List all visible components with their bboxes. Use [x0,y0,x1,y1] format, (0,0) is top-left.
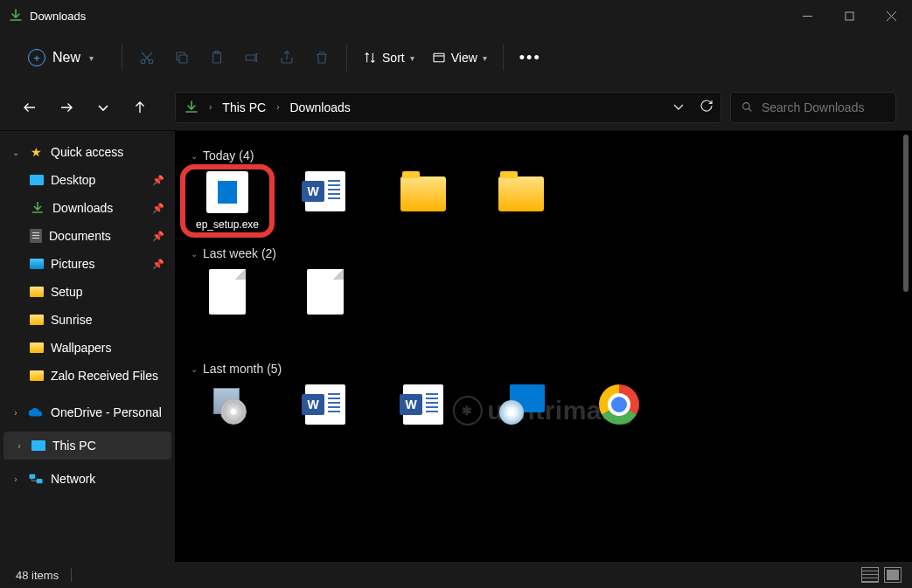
crumb-this-pc[interactable]: This PC [222,100,266,114]
file-word-doc[interactable]: W [289,384,362,425]
downloads-icon [30,200,45,216]
share-button[interactable] [269,40,304,75]
svg-rect-7 [434,53,444,61]
folder-icon [30,370,44,381]
disc-icon [498,384,545,425]
sidebar-item-quick-access[interactable]: ⌄ ★ Quick access [0,138,175,166]
group-today[interactable]: ⌄ Today (4) [191,149,896,163]
chevron-right-icon: › [209,102,212,112]
chevron-right-icon[interactable]: › [10,474,21,484]
recent-button[interactable] [89,93,117,121]
sidebar-item-wallpapers[interactable]: Wallpapers [0,334,175,362]
search-box[interactable] [730,92,896,123]
scrollbar[interactable] [903,135,909,292]
file-folder[interactable] [386,171,460,231]
sidebar-item-desktop[interactable]: Desktop 📌 [0,166,175,194]
exe-icon [206,171,248,213]
details-view-button[interactable] [861,567,879,583]
navigation-pane: ⌄ ★ Quick access Desktop 📌 Downloads 📌 D… [0,131,175,562]
rename-button[interactable] [234,40,269,75]
address-dropdown-button[interactable] [673,100,684,115]
sidebar-item-this-pc[interactable]: › This PC [3,432,171,460]
group-label: Last month (5) [203,362,282,376]
network-icon [28,471,44,487]
chevron-down-icon: ⌄ [191,364,198,374]
sidebar-label: Desktop [51,173,95,187]
maximize-button[interactable] [828,0,870,31]
group-last-week[interactable]: ⌄ Last week (2) [191,246,896,260]
file-label: ep_setup.exe [196,218,259,231]
close-button[interactable] [870,0,912,31]
sidebar-item-setup[interactable]: Setup [0,278,175,306]
large-icons-view-button[interactable] [884,567,902,583]
folder-icon [400,176,446,211]
separator [122,45,122,71]
search-input[interactable] [762,100,885,114]
sidebar-item-documents[interactable]: Documents 📌 [0,222,175,250]
sidebar-item-downloads[interactable]: Downloads 📌 [0,194,175,222]
copy-button[interactable] [164,40,199,75]
paste-button[interactable] [199,40,234,75]
group-label: Last week (2) [203,246,276,260]
installer-icon [205,384,250,425]
sidebar-label: Wallpapers [51,341,112,355]
chevron-right-icon: › [276,102,279,112]
forward-button[interactable] [52,93,80,121]
separator [346,45,347,71]
file-ep-setup-exe[interactable]: ep_setup.exe [191,171,264,231]
pin-icon: 📌 [152,259,164,270]
chevron-down-icon[interactable]: ⌄ [10,148,21,157]
pin-icon: 📌 [152,203,164,214]
sidebar-item-pictures[interactable]: Pictures 📌 [0,250,175,278]
view-label: View [451,51,477,65]
sidebar-label: OneDrive - Personal [51,405,162,419]
search-icon [741,100,753,114]
back-button[interactable] [16,93,44,121]
chevron-right-icon[interactable]: › [10,408,21,418]
plus-icon: + [28,49,45,66]
pin-icon: 📌 [152,231,164,242]
address-input[interactable]: › This PC › Downloads [175,92,721,123]
sidebar-item-zalo[interactable]: Zalo Received Files [0,362,175,390]
downloads-icon [9,9,23,23]
delete-button[interactable] [304,40,339,75]
file-word-doc[interactable]: W [386,384,460,425]
file-blank[interactable] [191,269,264,315]
view-button[interactable]: View ▾ [423,45,496,70]
up-button[interactable] [126,93,154,121]
sidebar-label: Network [51,472,95,486]
minimize-button[interactable] [786,0,828,31]
new-button[interactable]: + New ▾ [17,44,104,72]
sidebar-item-network[interactable]: › Network [0,465,175,493]
refresh-button[interactable] [700,99,714,116]
group-last-month[interactable]: ⌄ Last month (5) [191,362,896,376]
more-button[interactable]: ••• [511,44,550,73]
downloads-icon [184,100,198,114]
sidebar-label: Documents [49,229,111,243]
crumb-downloads[interactable]: Downloads [289,100,350,114]
group-label: Today (4) [203,149,254,163]
sort-label: Sort [382,51,405,65]
sidebar-item-sunrise[interactable]: Sunrise [0,306,175,334]
item-count: 48 items [16,569,59,582]
word-icon: W [403,384,443,425]
file-installer[interactable] [191,384,264,425]
svg-rect-9 [30,474,36,479]
sidebar-label: Sunrise [51,313,92,327]
toolbar: + New ▾ Sort ▾ View ▾ ••• [0,31,912,84]
window-title: Downloads [30,10,86,23]
file-chrome[interactable] [582,384,656,425]
pc-icon [31,440,45,451]
chevron-right-icon[interactable]: › [14,441,24,451]
svg-rect-3 [179,55,187,63]
separator [503,45,504,71]
cut-button[interactable] [129,40,164,75]
folder-icon [30,342,44,353]
file-word-doc[interactable]: W [289,171,362,231]
chevron-down-icon: ▾ [410,53,414,63]
sort-button[interactable]: Sort ▾ [354,45,423,70]
file-iso[interactable] [484,384,558,425]
file-blank[interactable] [289,269,362,315]
file-folder[interactable] [484,171,558,231]
sidebar-item-onedrive[interactable]: › OneDrive - Personal [0,398,175,426]
